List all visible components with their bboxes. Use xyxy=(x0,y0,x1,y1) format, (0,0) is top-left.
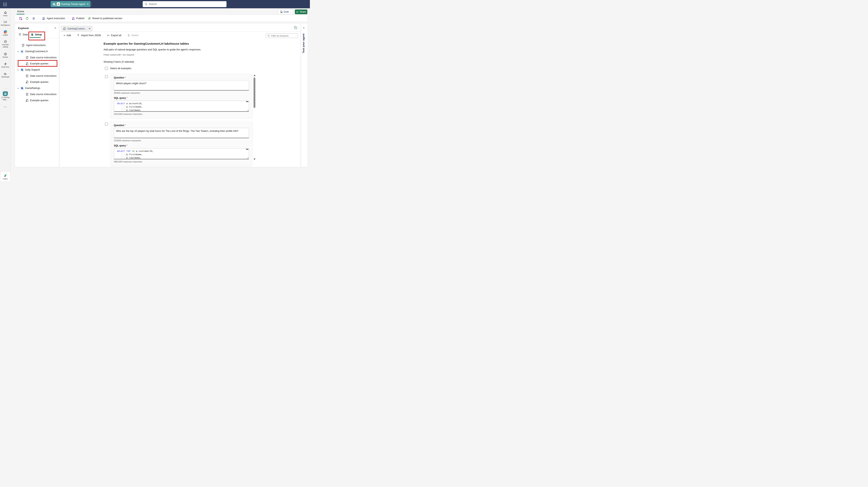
lakehouse-icon xyxy=(20,50,24,53)
tree-item-daily-support[interactable]: Daily Support xyxy=(15,67,59,73)
import-from-json-button[interactable]: Import from JSON xyxy=(75,33,103,38)
sidebar-item-home[interactable]: Home xyxy=(0,11,11,17)
resize-handle[interactable] xyxy=(247,157,249,159)
example-query-card: Question * Who are the top 10 players by… xyxy=(110,121,253,166)
question-input[interactable]: Which players might churn? xyxy=(114,80,249,91)
close-icon[interactable]: ✕ xyxy=(89,27,91,30)
left-nav-rail: Home Workspaces Copilot OneLake catalog … xyxy=(0,8,11,174)
people-icon: 1 xyxy=(52,3,56,5)
resize-handle[interactable] xyxy=(247,109,249,111)
tree-item-agent-instructions[interactable]: ✦ Agent instructions xyxy=(15,42,59,48)
global-search[interactable] xyxy=(143,1,226,7)
sidebar-item-monitor[interactable]: Monitor xyxy=(0,52,11,58)
list-action-bar: + Add Import from JSON Export all Delete xyxy=(62,32,140,39)
delete-button[interactable]: Delete xyxy=(125,33,140,38)
add-button[interactable]: + Add xyxy=(62,33,73,38)
sql-query-label: SQL query * xyxy=(114,144,249,147)
agent-instruction-button[interactable]: ? Agent instruction xyxy=(40,16,67,21)
refresh-button[interactable] xyxy=(24,16,30,21)
scroll-down-arrow[interactable] xyxy=(254,158,255,160)
sql-query-input[interactable]: SELECT a.accountID, p.firstName, p.lastN… xyxy=(114,101,249,112)
example-queries-icon: ? xyxy=(63,27,66,30)
question-counter: 26/500 maximum characters xyxy=(114,92,249,94)
filter-input[interactable] xyxy=(271,35,301,37)
instructions-icon: ✦ xyxy=(25,56,29,59)
toolbar-divider xyxy=(68,17,68,20)
draft-icon xyxy=(280,10,283,13)
fabric-logo[interactable]: Fabric xyxy=(0,172,10,174)
example-queries-icon: ? xyxy=(25,81,29,84)
export-all-button[interactable]: Export all xyxy=(105,33,123,38)
select-all-checkbox[interactable] xyxy=(105,67,108,70)
settings-button[interactable]: ⚙ xyxy=(30,16,37,21)
svg-text:?: ? xyxy=(26,64,27,65)
sql-query-input[interactable]: SELECT TOP 10 p.customerID, p.firstName,… xyxy=(114,148,249,159)
chevron-down-icon[interactable] xyxy=(17,51,19,52)
test-agent-label: Test your agent xyxy=(302,34,305,53)
tab-data[interactable]: Data xyxy=(18,33,28,36)
sidebar-item-lt-gaming-workspace[interactable]: 1 LT Gaming Data ... xyxy=(0,91,11,101)
tree-item-example-queries[interactable]: ? Example queries xyxy=(15,97,59,103)
tab-setup[interactable]: Setup xyxy=(30,33,42,36)
onelake-icon xyxy=(4,40,7,43)
tree-item-gamingcustomerlh[interactable]: GamingCustomerLH xyxy=(15,49,59,54)
code-scrollbar[interactable] xyxy=(246,149,248,150)
sidebar-item-onelake-catalog[interactable]: OneLake catalog xyxy=(0,40,11,48)
scrollbar-thumb[interactable] xyxy=(254,78,255,108)
indent-guides xyxy=(121,153,128,158)
publish-button[interactable]: Publish xyxy=(70,16,86,21)
app-launcher-icon[interactable] xyxy=(3,2,7,6)
copy-pages-icon[interactable] xyxy=(294,26,298,30)
explorer-title: Explorer xyxy=(18,27,29,30)
draft-status-button[interactable]: Draft ⌄ xyxy=(278,9,293,14)
agent-window-tab[interactable]: 1 Gaming Trends Agent ✕ xyxy=(51,1,91,7)
question-input[interactable]: Who are the top 10 players by total hour… xyxy=(114,128,249,138)
export-icon xyxy=(107,34,110,37)
workspaces-icon xyxy=(4,20,7,24)
page-title: Example queries for GamingCustomerLH lak… xyxy=(103,42,189,45)
collapse-panel-icon[interactable]: « xyxy=(55,26,56,29)
scroll-up-arrow[interactable] xyxy=(254,75,255,76)
agent-item-icon xyxy=(57,2,60,6)
sidebar-item-workspaces[interactable]: Workspaces xyxy=(0,20,11,26)
tree-item-data-source-instructions[interactable]: ✦ Data source instructions xyxy=(15,73,59,79)
save-button[interactable] xyxy=(18,16,24,21)
monitor-icon xyxy=(4,52,7,56)
expand-panel-icon[interactable]: « xyxy=(303,26,305,29)
copilot-icon xyxy=(4,30,7,34)
revert-button[interactable]: ↺ Revert to published version xyxy=(86,16,124,21)
sidebar-item-copilot[interactable]: Copilot xyxy=(0,30,11,36)
instructions-icon: ✦ xyxy=(21,44,25,47)
rail-more-button[interactable]: ... xyxy=(0,105,11,108)
chevron-down-icon[interactable] xyxy=(17,87,19,89)
tree-item-gameratings[interactable]: GameRatings xyxy=(15,85,59,91)
ribbon-tab-home[interactable]: Home xyxy=(17,10,24,13)
tree-item-data-source-instructions[interactable]: ✦ Data source instructions xyxy=(15,55,59,60)
tree-item-example-queries[interactable]: ? Example queries xyxy=(15,79,59,85)
code-scrollbar[interactable] xyxy=(246,101,248,102)
row-checkbox[interactable] xyxy=(105,123,108,125)
svg-text:?: ? xyxy=(26,100,27,101)
question-label: Question * xyxy=(114,76,249,79)
tree-item-example-queries[interactable]: ? Example queries xyxy=(15,61,59,67)
share-button[interactable]: Share xyxy=(295,9,307,14)
search-input[interactable] xyxy=(149,3,224,5)
refresh-icon xyxy=(26,17,29,20)
close-icon[interactable]: ✕ xyxy=(87,3,89,5)
sidebar-item-workloads[interactable]: Workloads xyxy=(0,72,11,78)
items-count-status: Showing 5 items (0 selected) xyxy=(103,60,134,63)
instructions-icon: ✦ xyxy=(25,93,29,96)
example-queries-icon: ? xyxy=(25,62,29,65)
test-agent-panel[interactable]: « Test your agent xyxy=(301,24,308,167)
row-checkbox[interactable] xyxy=(105,75,108,78)
sidebar-item-real-time[interactable]: Real-Time xyxy=(0,62,11,68)
svg-text:✦: ✦ xyxy=(24,44,25,45)
tab-divider xyxy=(91,2,92,6)
svg-text:✦: ✦ xyxy=(28,74,28,76)
workspace-icon: 1 xyxy=(3,91,8,96)
chevron-down-icon[interactable] xyxy=(17,69,19,71)
filter-input-box[interactable] xyxy=(266,33,298,38)
tree-item-data-source-instructions[interactable]: ✦ Data source instructions xyxy=(15,91,59,97)
document-tab-gamingcustomerlh[interactable]: ? GamingCustom... ✕ xyxy=(61,26,93,32)
workspace-badge: 1 xyxy=(55,4,56,6)
